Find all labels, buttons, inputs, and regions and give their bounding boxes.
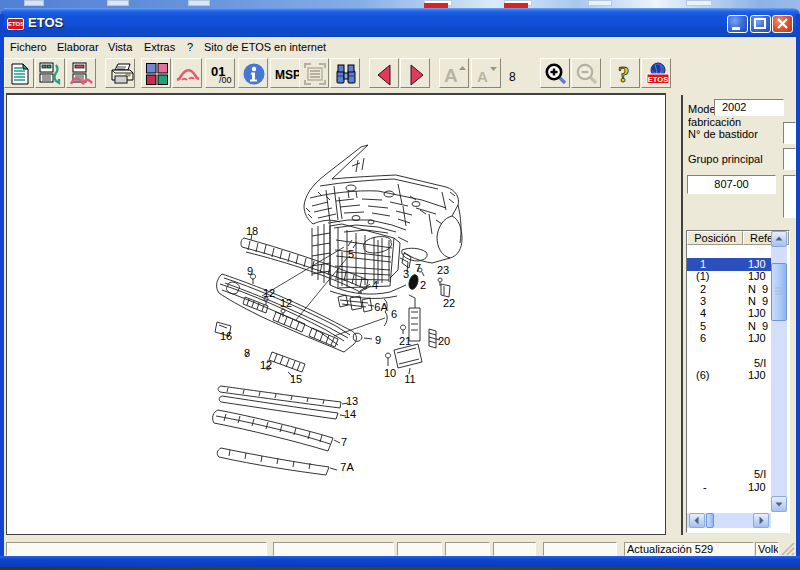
svg-text:7: 7	[415, 262, 421, 274]
svg-text:4: 4	[372, 279, 378, 291]
svg-text:A: A	[444, 65, 458, 86]
svg-text:6: 6	[391, 308, 397, 320]
svg-text:12: 12	[260, 359, 272, 371]
svg-text:15: 15	[290, 373, 302, 385]
svg-text:3: 3	[403, 268, 409, 280]
svg-text:13: 13	[346, 395, 358, 407]
svg-text:16: 16	[220, 330, 232, 342]
svg-text:23: 23	[437, 264, 449, 276]
svg-text:7A: 7A	[340, 461, 354, 473]
svg-text:9: 9	[375, 334, 381, 346]
svg-text:7: 7	[341, 436, 347, 448]
svg-text:6A: 6A	[374, 301, 388, 313]
svg-text:5: 5	[348, 248, 354, 260]
svg-text:2: 2	[420, 279, 426, 291]
svg-text:14: 14	[344, 408, 356, 420]
svg-text:22: 22	[443, 297, 455, 309]
svg-text:ETOS: ETOS	[648, 75, 668, 84]
svg-text:20: 20	[438, 335, 450, 347]
svg-text:A: A	[477, 68, 488, 85]
svg-text:/00: /00	[219, 75, 232, 85]
svg-text:18: 18	[246, 225, 258, 237]
svg-text:21: 21	[399, 335, 411, 347]
svg-text:?: ?	[618, 62, 630, 86]
svg-text:12: 12	[280, 297, 292, 309]
svg-text:MSP: MSP	[275, 68, 300, 82]
svg-text:10: 10	[384, 367, 396, 379]
svg-text:8: 8	[244, 347, 250, 359]
svg-text:9: 9	[247, 265, 253, 277]
svg-text:11: 11	[404, 373, 415, 385]
svg-text:12: 12	[263, 287, 275, 299]
